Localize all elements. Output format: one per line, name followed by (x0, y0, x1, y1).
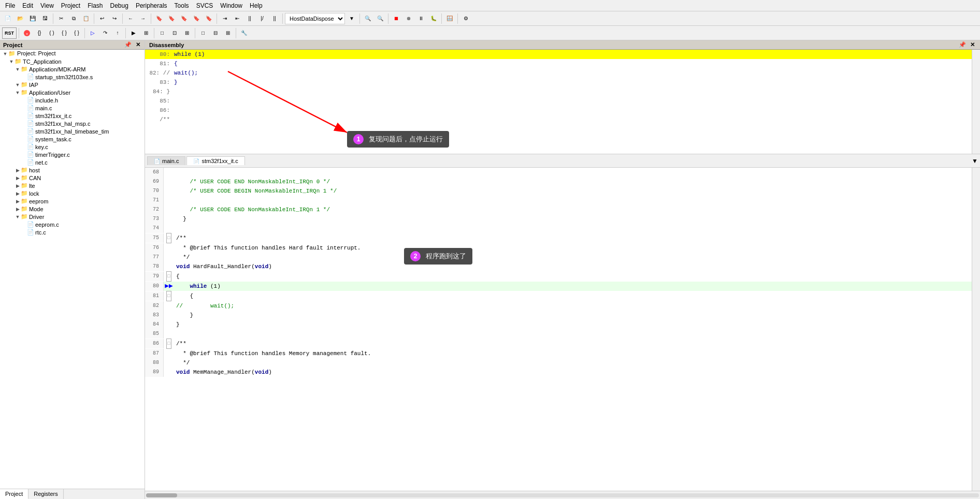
expand-icon-18[interactable]: ▶ (15, 199, 21, 204)
braces2-btn[interactable]: ( ) (46, 27, 57, 39)
indent-btn[interactable]: ⇥ (219, 13, 230, 24)
tree-root[interactable]: ▼📁 Project: Project (0, 50, 145, 57)
find-btn[interactable]: 🔍 (374, 13, 386, 24)
tree-item-TC-Application[interactable]: ▼📁TC_Application (0, 57, 145, 65)
collapse-75[interactable]: □ (164, 233, 174, 243)
run-btn[interactable]: ⏺ (403, 13, 414, 24)
tree-item-eeprom-c[interactable]: 📄eeprom.c (0, 221, 145, 228)
collapse-81[interactable]: □ (164, 291, 174, 301)
t2-btn5[interactable]: ⊡ (169, 27, 180, 39)
disasm-line-1[interactable]: 81: { (145, 59, 972, 68)
menu-peripherals[interactable]: Peripherals (133, 1, 170, 10)
cut-btn[interactable]: ✂ (55, 13, 67, 24)
pause-btn[interactable]: ⏸ (415, 13, 427, 24)
code-line-70[interactable]: 70 /* USER CODE BEGIN NonMaskableInt_IRQ… (145, 186, 972, 196)
expand-icon-16[interactable]: ▶ (15, 183, 21, 188)
tree-item-host[interactable]: ▶📁host (0, 166, 145, 174)
tab-stm32-it[interactable]: 📄 stm32f1xx_it.c (186, 156, 244, 165)
tree-item-Application-MDK-ARM[interactable]: ▼📁Application/MDK-ARM (0, 65, 145, 73)
code-line-79[interactable]: 79 □ { (145, 271, 972, 282)
tree-item-Mode[interactable]: ▶📁Mode (0, 205, 145, 213)
t1-btn[interactable]: || (244, 13, 255, 24)
view-btn[interactable]: ⊞ (140, 27, 152, 39)
tree-item-startup-stm32f103xe-s[interactable]: 📄startup_stm32f103xe.s (0, 73, 145, 81)
tab-dropdown-btn[interactable]: ▼ (972, 157, 978, 165)
braces3-btn[interactable]: { } (59, 27, 70, 39)
menu-view[interactable]: View (37, 1, 57, 10)
code-line-78[interactable]: 78 void HardFault_Handler(void) (145, 262, 972, 271)
step-out-btn[interactable]: ↑ (112, 27, 123, 39)
tree-item-eeprom[interactable]: ▶📁eeprom (0, 197, 145, 205)
collapse-86[interactable]: □ (164, 339, 174, 349)
redo-btn[interactable]: ↪ (109, 13, 120, 24)
menu-svcs[interactable]: SVCS (193, 1, 217, 10)
tree-item-IAP[interactable]: ▼📁IAP (0, 81, 145, 89)
disasm-v-scrollbar[interactable] (972, 50, 980, 154)
tree-item-main-c[interactable]: 📄main.c (0, 104, 145, 112)
fwd-btn[interactable]: → (137, 13, 149, 24)
tree-item-rtc-c[interactable]: 📄rtc.c (0, 228, 145, 236)
tree-item-stm32f1xx-hal-timebase-tim[interactable]: 📄stm32f1xx_hal_timebase_tim (0, 127, 145, 135)
editor-v-scrollbar[interactable] (972, 168, 980, 491)
bm4-btn[interactable]: 🔖 (191, 13, 202, 24)
paste-btn[interactable]: 📋 (80, 13, 92, 24)
expand-root[interactable]: ▼ (2, 51, 8, 56)
save-all-btn[interactable]: 🖫 (39, 13, 51, 24)
sidebar-close-btn[interactable]: ✕ (135, 41, 141, 48)
code-line-88[interactable]: 88 */ (145, 358, 972, 368)
bm5-btn[interactable]: 🔖 (203, 13, 214, 24)
code-line-89[interactable]: 89 void MemManage_Handler(void) (145, 368, 972, 377)
open-btn[interactable]: 📂 (15, 13, 26, 24)
expand-icon-3[interactable]: ▼ (15, 82, 21, 87)
t2-wrench[interactable]: 🔧 (238, 27, 250, 39)
t2-btn6[interactable]: ⊞ (181, 27, 193, 39)
tree-item-Driver[interactable]: ▼📁Driver (0, 213, 145, 221)
code-line-82[interactable]: 82 // wait(); (145, 301, 972, 311)
code-line-85[interactable]: 85 (145, 329, 972, 339)
search-btn[interactable]: 🔍 (362, 13, 373, 24)
function-combo[interactable]: HostDataDispose (285, 13, 345, 24)
stop-btn[interactable]: ⏹ (391, 13, 402, 24)
t3-btn[interactable]: || (269, 13, 280, 24)
editor-h-scrollbar[interactable] (145, 491, 980, 499)
code-line-77[interactable]: 77 */ (145, 253, 972, 262)
menu-edit[interactable]: Edit (19, 1, 36, 10)
bookmark-btn[interactable]: 🔖 (153, 13, 165, 24)
tree-item-system-task-c[interactable]: 📄system_task.c (0, 135, 145, 143)
copy-btn[interactable]: ⧉ (68, 13, 79, 24)
code-line-87[interactable]: 87 * @brief This function handles Memory… (145, 349, 972, 358)
code-line-74[interactable]: 74 (145, 224, 972, 233)
tree-item-net-c[interactable]: 📄net.c (0, 158, 145, 166)
debug-stop-btn[interactable]: × (21, 27, 33, 39)
code-line-80[interactable]: 80 ▶▶ while (1) (145, 282, 972, 291)
step-in-btn[interactable]: ▷ (87, 27, 98, 39)
rst-btn[interactable]: RST (2, 27, 17, 39)
tree-item-stm32f1xx-it-c[interactable]: 📄stm32f1xx_it.c (0, 112, 145, 120)
menu-help[interactable]: Help (247, 1, 266, 10)
disasm-line-4[interactable]: 84: } (145, 87, 972, 96)
code-line-73[interactable]: 73 } (145, 214, 972, 224)
tree-item-stm32f1xx-hal-msp-c[interactable]: 📄stm32f1xx_hal_msp.c (0, 120, 145, 127)
combo-drop[interactable]: ▼ (346, 13, 357, 24)
disasm-close-btn[interactable]: ✕ (969, 41, 976, 48)
disasm-line-0[interactable]: 80: while (1) (145, 50, 972, 59)
t2-btn8[interactable]: ⊟ (210, 27, 221, 39)
disasm-line-6[interactable]: 86: /** (145, 106, 972, 124)
tab-registers[interactable]: Registers (28, 489, 63, 499)
settings-btn[interactable]: ⚙ (460, 13, 471, 24)
tree-item-lte[interactable]: ▶📁lte (0, 182, 145, 189)
menu-file[interactable]: File (2, 1, 18, 10)
window-btn[interactable]: 🪟 (444, 13, 455, 24)
code-line-75[interactable]: 75 □ /** (145, 233, 972, 243)
expand-icon-4[interactable]: ▼ (15, 90, 21, 95)
expand-icon-0[interactable]: ▼ (8, 59, 15, 64)
tree-item-CAN[interactable]: ▶📁CAN (0, 174, 145, 182)
code-line-71[interactable]: 71 (145, 196, 972, 205)
code-line-83[interactable]: 83 } (145, 311, 972, 320)
expand-icon-20[interactable]: ▼ (15, 214, 21, 219)
disasm-line-3[interactable]: 83: } (145, 78, 972, 87)
tree-item-timerTrigger-c[interactable]: 📄timerTrigger.c (0, 151, 145, 158)
collapse-79[interactable]: □ (164, 271, 174, 282)
step-over-btn[interactable]: ↷ (99, 27, 111, 39)
tree-item-lock[interactable]: ▶📁lock (0, 189, 145, 197)
